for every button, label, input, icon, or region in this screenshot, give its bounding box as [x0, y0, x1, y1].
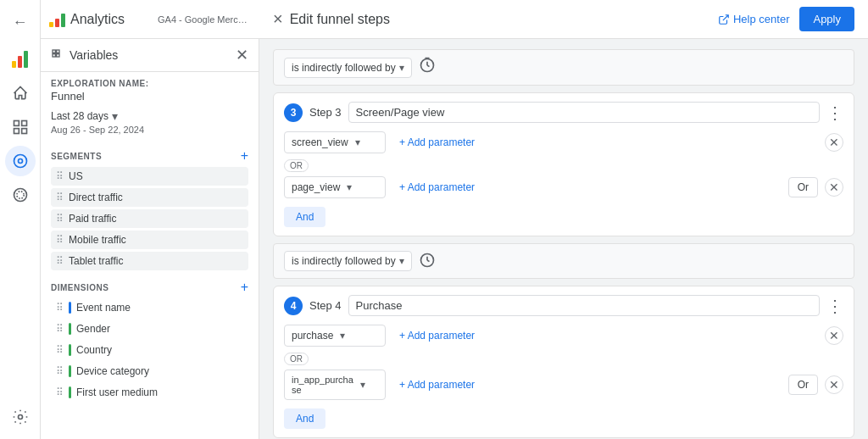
- or-separator: OR: [284, 158, 843, 171]
- svg-point-5: [18, 159, 22, 164]
- event-name: purchase: [292, 330, 333, 342]
- edit-funnel-title: Edit funnel steps: [290, 12, 390, 27]
- top-strip: Analytics GA4 - Google Merch S...: [41, 0, 259, 39]
- or-badge: OR: [284, 353, 309, 365]
- step4-block: 4 Step 4 ⋮ purchase ▾ + Add parameter ✕: [273, 286, 854, 438]
- svg-point-8: [18, 415, 22, 420]
- svg-line-19: [427, 260, 430, 262]
- dimension-label: Country: [76, 344, 112, 356]
- svg-point-7: [16, 192, 23, 198]
- nav-reports-button[interactable]: [5, 112, 36, 142]
- drag-handle-icon: ⠿: [56, 365, 64, 377]
- dimension-item[interactable]: ⠿ Device category: [51, 362, 248, 381]
- svg-rect-12: [57, 54, 59, 57]
- step3-event-row-1: screen_view ▾ + Add parameter ✕: [284, 131, 843, 153]
- event-select[interactable]: page_view ▾: [284, 176, 386, 198]
- nav-explore-button[interactable]: [5, 146, 36, 176]
- step3-name-input[interactable]: [348, 102, 820, 123]
- dimension-item[interactable]: ⠿ Gender: [51, 320, 248, 338]
- remove-event-button[interactable]: ✕: [825, 178, 843, 197]
- dimensions-section: DIMENSIONS + ⠿ Event name ⠿ Gender ⠿ Cou…: [41, 276, 259, 408]
- segment-item[interactable]: ⠿ US: [51, 167, 248, 186]
- segment-item[interactable]: ⠿ Paid traffic: [51, 209, 248, 228]
- step4-header: 4 Step 4 ⋮: [284, 295, 843, 316]
- connector-label: is indirectly followed by: [292, 255, 396, 267]
- segment-item[interactable]: ⠿ Mobile traffic: [51, 231, 248, 249]
- segments-label: SEGMENTS: [51, 152, 102, 161]
- sidebar: Variables ✕ EXPLORATION NAME: Funnel Las…: [41, 39, 259, 439]
- nav-back-button[interactable]: ←: [5, 7, 36, 37]
- step3-event-row-2: page_view ▾ + Add parameter Or ✕: [284, 176, 843, 198]
- or-button[interactable]: Or: [788, 375, 818, 395]
- dimension-bar: [69, 302, 71, 314]
- segments-section: SEGMENTS + ⠿ US ⠿ Direct traffic ⠿ Paid …: [41, 145, 259, 276]
- variables-icon: [51, 48, 64, 62]
- step4-connector: is indirectly followed by ▾: [273, 243, 854, 279]
- chevron-down-icon: ▾: [399, 62, 404, 74]
- svg-line-15: [427, 65, 430, 67]
- step3-menu-button[interactable]: ⋮: [826, 103, 843, 123]
- connector-select[interactable]: is indirectly followed by ▾: [284, 251, 412, 271]
- dimension-item[interactable]: ⠿ First user medium: [51, 383, 248, 402]
- step4-number: 4: [284, 297, 303, 315]
- remove-event-button[interactable]: ✕: [825, 375, 843, 394]
- variables-label: Variables: [70, 48, 118, 62]
- add-parameter-button[interactable]: + Add parameter: [392, 132, 818, 153]
- segment-label: Direct traffic: [69, 192, 123, 203]
- svg-rect-2: [14, 129, 19, 134]
- step4-name-input[interactable]: [348, 295, 820, 316]
- segment-label: Tablet traffic: [69, 255, 123, 267]
- connector-select[interactable]: is indirectly followed by ▾: [284, 58, 412, 78]
- help-center-label: Help center: [733, 13, 789, 25]
- svg-point-6: [14, 189, 26, 202]
- svg-rect-1: [21, 121, 26, 126]
- and-button[interactable]: And: [284, 207, 326, 227]
- add-parameter-button[interactable]: + Add parameter: [392, 325, 818, 346]
- event-select[interactable]: purchase ▾: [284, 325, 386, 347]
- apply-button[interactable]: Apply: [799, 7, 854, 31]
- sidebar-close-button[interactable]: ✕: [236, 46, 248, 64]
- header-right: Help center Apply: [718, 7, 854, 31]
- drag-handle-icon: ⠿: [56, 255, 64, 267]
- chevron-down-icon: ▾: [112, 109, 118, 123]
- drag-handle-icon: ⠿: [56, 302, 64, 314]
- step4-menu-button[interactable]: ⋮: [826, 296, 843, 316]
- header-close-button[interactable]: ×: [273, 9, 283, 29]
- exploration-name-label: EXPLORATION NAME:: [51, 79, 248, 88]
- main-content: × Edit funnel steps Help center Apply is…: [259, 0, 868, 439]
- segment-item[interactable]: ⠿ Tablet traffic: [51, 252, 248, 270]
- funnel-editor: is indirectly followed by ▾ 3 Step 3 ⋮: [259, 39, 868, 439]
- add-segment-button[interactable]: +: [241, 148, 248, 164]
- remove-event-button[interactable]: ✕: [825, 133, 843, 152]
- timer-icon: [419, 57, 436, 78]
- nav-home-button[interactable]: [5, 78, 36, 108]
- chevron-down-icon: ▾: [347, 181, 352, 193]
- segment-item[interactable]: ⠿ Direct traffic: [51, 188, 248, 207]
- step4-event-row-2: in_app_purcha se ▾ + Add parameter Or ✕: [284, 370, 843, 400]
- or-separator: OR: [284, 352, 843, 364]
- drag-handle-icon: ⠿: [56, 234, 64, 246]
- date-range-display: Aug 26 - Sep 22, 2024: [51, 125, 248, 135]
- event-select[interactable]: in_app_purcha se ▾: [284, 370, 386, 400]
- date-range-selector[interactable]: Last 28 days ▾: [51, 108, 248, 125]
- and-button[interactable]: And: [284, 408, 326, 429]
- dimensions-label: DIMENSIONS: [51, 283, 108, 292]
- dimension-label: First user medium: [76, 386, 158, 398]
- dimension-item[interactable]: ⠿ Event name: [51, 298, 248, 317]
- step4-label: Step 4: [309, 299, 342, 312]
- remove-event-button[interactable]: ✕: [825, 326, 843, 345]
- chevron-down-icon: ▾: [399, 255, 404, 267]
- dimension-item[interactable]: ⠿ Country: [51, 341, 248, 359]
- analytics-title: Analytics: [70, 12, 125, 27]
- help-center-button[interactable]: Help center: [718, 13, 789, 25]
- nav-advertising-button[interactable]: [5, 180, 36, 210]
- or-button[interactable]: Or: [788, 177, 818, 197]
- event-select[interactable]: screen_view ▾: [284, 131, 386, 153]
- drag-handle-icon: ⠿: [56, 323, 64, 335]
- add-dimension-button[interactable]: +: [241, 280, 248, 295]
- nav-settings-button[interactable]: [5, 402, 36, 432]
- event-name: screen_view: [292, 136, 348, 148]
- exploration-name: Funnel: [51, 90, 248, 103]
- add-parameter-button[interactable]: + Add parameter: [392, 375, 782, 395]
- add-parameter-button[interactable]: + Add parameter: [392, 177, 782, 197]
